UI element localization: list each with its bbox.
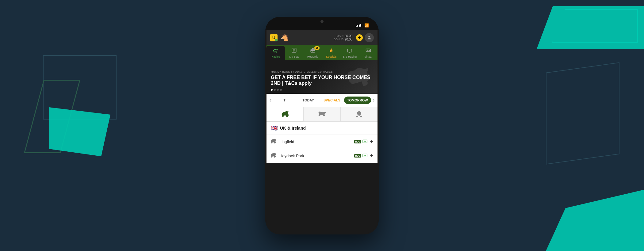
- lingfield-badges: BOG: [354, 139, 368, 144]
- promo-subtitle: MONEY BACK | TODAY'S SELECTED RACES: [271, 70, 373, 73]
- main-balance-label: MAIN: [336, 34, 343, 37]
- harness-icon: [355, 111, 363, 117]
- promo-banner[interactable]: MONEY BACK | TODAY'S SELECTED RACES GET …: [266, 60, 378, 94]
- bg-deco-teal-bottom-right: [546, 190, 644, 251]
- svg-marker-13: [365, 155, 366, 156]
- bonus-balance-amount: £0.00: [345, 38, 352, 41]
- section-header-uk-ireland[interactable]: 🇬🇧 UK & Ireland: [266, 122, 378, 135]
- phone-device: 📶 U 🐴 MAIN £0.00: [265, 17, 379, 234]
- tab-virtual[interactable]: Virtual: [359, 45, 378, 60]
- sport-icon-horse-racing[interactable]: [266, 107, 304, 121]
- tab-sis-racing[interactable]: SIS Racing: [340, 46, 359, 60]
- lingfield-race-icon: [271, 139, 276, 145]
- rewards-badge: 15: [314, 46, 320, 50]
- racing-tab-icon: [273, 48, 279, 55]
- my-bets-tab-label: My Bets: [289, 55, 299, 58]
- specials-tab-icon: [328, 48, 334, 55]
- sport-icon-greyhound[interactable]: [304, 107, 341, 121]
- bg-deco-outline-right-mid: [546, 62, 619, 165]
- promo-title: GET A FREE BET IF YOUR HORSE COMES 2ND |…: [271, 74, 373, 86]
- sport-icons-row: [266, 107, 378, 122]
- lingfield-add-button[interactable]: +: [370, 139, 373, 145]
- account-icon: [367, 35, 372, 40]
- tab-rewards[interactable]: 15 Rewards: [304, 45, 322, 60]
- online-indicator: [275, 39, 278, 41]
- race-row-haydock[interactable]: Haydock Park BOG +: [266, 149, 378, 163]
- horse-racing-icon: [281, 110, 289, 117]
- day-tab-specials[interactable]: SPECIALS: [320, 97, 343, 104]
- greyhound-icon: [318, 111, 326, 117]
- horse-icon: 🐴: [281, 34, 289, 42]
- day-tab-today[interactable]: TODAY: [297, 97, 320, 104]
- promo-dot-1[interactable]: [271, 89, 273, 91]
- promo-dot-2[interactable]: [274, 89, 276, 91]
- virtual-tab-label: Virtual: [364, 55, 372, 58]
- bg-deco-teal-left: [49, 107, 110, 156]
- sis-racing-tab-icon: [347, 48, 352, 55]
- svg-point-0: [368, 36, 370, 37]
- racing-tab-label: Racing: [271, 55, 280, 58]
- svg-marker-11: [365, 141, 366, 142]
- wifi-icon: 📶: [364, 23, 369, 28]
- race-row-lingfield[interactable]: Lingfield BOG +: [266, 135, 378, 149]
- promo-dots: [271, 89, 373, 91]
- bonus-balance-label: BONUS: [334, 38, 343, 41]
- sis-racing-tab-label: SIS Racing: [343, 55, 357, 58]
- day-tab-today-short[interactable]: T: [273, 97, 296, 104]
- next-day-button[interactable]: ›: [371, 96, 376, 104]
- nav-tabs: Racing My Bets 15 Rewards: [266, 45, 378, 60]
- signal-bar-4: [360, 24, 361, 27]
- lingfield-bog-badge: BOG: [354, 140, 362, 143]
- bonus-balance-line: BONUS £0.00: [334, 38, 352, 41]
- lingfield-name: Lingfield: [279, 139, 354, 144]
- add-funds-button[interactable]: +: [356, 34, 363, 41]
- uk-ireland-flag: 🇬🇧: [271, 125, 278, 131]
- header-right: MAIN £0.00 BONUS £0.00 +: [334, 33, 374, 42]
- phone-shell: 📶 U 🐴 MAIN £0.00: [265, 17, 379, 234]
- my-bets-tab-icon: [291, 48, 297, 55]
- phone-screen: U 🐴 MAIN £0.00 BONUS £0.00: [266, 30, 378, 233]
- balance-display: MAIN £0.00 BONUS £0.00: [334, 34, 352, 41]
- bg-deco-outline-top-right: [552, 9, 638, 43]
- tab-specials[interactable]: Specials: [322, 45, 340, 60]
- day-tabs: T TODAY SPECIALS TOMORROW: [273, 97, 371, 104]
- haydock-badges: BOG: [354, 154, 368, 158]
- prev-day-button[interactable]: ‹: [268, 96, 273, 104]
- lingfield-live-icon: [362, 139, 367, 144]
- svg-point-9: [369, 50, 370, 51]
- logo-wrapper: U: [270, 34, 278, 41]
- svg-rect-6: [347, 49, 352, 52]
- promo-dot-3[interactable]: [277, 89, 279, 91]
- signal-icon: [356, 24, 361, 27]
- haydock-name: Haydock Park: [279, 154, 354, 158]
- signal-bar-1: [356, 26, 357, 27]
- account-button[interactable]: [365, 33, 374, 42]
- day-tab-tomorrow[interactable]: TOMORROW: [344, 97, 371, 104]
- day-selector: ‹ T TODAY SPECIALS TOMORROW ›: [266, 94, 378, 107]
- main-balance-amount: £0.00: [345, 34, 352, 38]
- status-bar: 📶: [265, 17, 379, 30]
- haydock-live-icon: [362, 154, 367, 158]
- tab-racing[interactable]: Racing: [266, 46, 285, 60]
- virtual-tab-icon: [366, 48, 371, 55]
- sport-icon-harness[interactable]: [341, 107, 378, 121]
- haydock-add-button[interactable]: +: [370, 153, 373, 159]
- promo-dot-4[interactable]: [280, 89, 282, 91]
- main-balance-line: MAIN £0.00: [336, 34, 352, 38]
- svg-point-8: [367, 50, 368, 51]
- specials-tab-label: Specials: [326, 55, 336, 58]
- haydock-bog-badge: BOG: [354, 154, 362, 158]
- signal-bar-2: [357, 25, 358, 27]
- camera-notch: [320, 20, 324, 23]
- signal-bar-3: [359, 25, 360, 27]
- app-header: U 🐴 MAIN £0.00 BONUS £0.00: [266, 30, 378, 45]
- section-title-uk-ireland: UK & Ireland: [280, 126, 306, 131]
- haydock-race-icon: [271, 153, 276, 159]
- tab-my-bets[interactable]: My Bets: [285, 45, 303, 60]
- rewards-tab-label: Rewards: [307, 55, 318, 58]
- header-left: U 🐴: [270, 34, 289, 42]
